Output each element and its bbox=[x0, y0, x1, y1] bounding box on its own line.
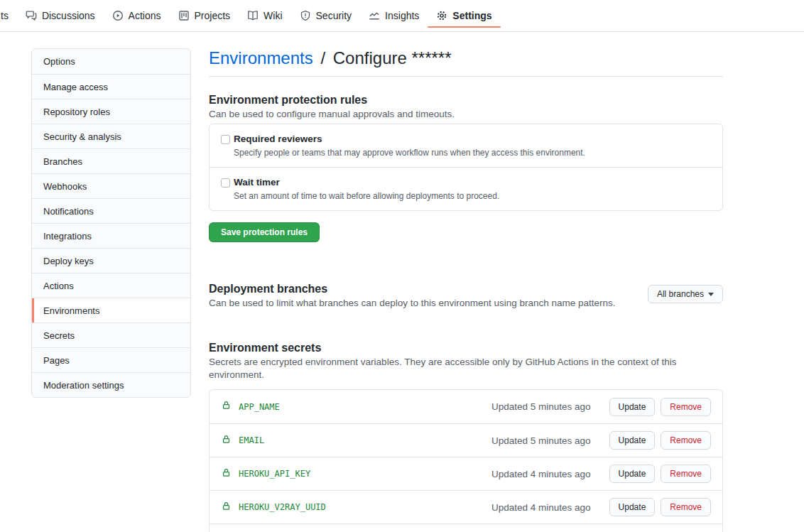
environment-secrets-section: Environment secrets Secrets are encrypte… bbox=[209, 342, 723, 532]
update-secret-button[interactable]: Update bbox=[609, 398, 656, 416]
secret-updated: Updated 4 minutes ago bbox=[491, 502, 591, 513]
repo-tab-bar: ts Discussions Actions Projects bbox=[0, 0, 804, 32]
secret-name: HEROKU_V2RAY_UUID bbox=[239, 502, 326, 512]
environment-secrets-title: Environment secrets bbox=[209, 342, 723, 354]
rule-description: Set an amount of time to wait before all… bbox=[234, 190, 711, 202]
lock-icon bbox=[221, 400, 232, 413]
deployment-branches-title: Deployment branches bbox=[209, 283, 648, 295]
protection-rules-title: Environment protection rules bbox=[209, 94, 723, 107]
sidebar-item-notifications[interactable]: Notifications bbox=[32, 198, 190, 223]
sidebar-item-secrets[interactable]: Secrets bbox=[32, 322, 190, 347]
secret-row-email: EMAIL Updated 5 minutes ago Update Remov… bbox=[210, 423, 722, 457]
rule-wait-timer: Wait timer Set an amount of time to wait… bbox=[210, 167, 722, 210]
secret-updated: Updated 4 minutes ago bbox=[491, 469, 591, 479]
secret-row-app-name: APP_NAME Updated 5 minutes ago Update Re… bbox=[210, 390, 722, 423]
sidebar-item-moderation-settings[interactable]: Moderation settings bbox=[32, 372, 190, 397]
tab-discussions[interactable]: Discussions bbox=[17, 0, 104, 31]
secret-name: APP_NAME bbox=[239, 402, 280, 412]
sidebar-item-label: Integrations bbox=[43, 231, 92, 241]
add-secret-button[interactable]: Add Secret bbox=[210, 523, 722, 532]
secret-name: HEROKU_API_KEY bbox=[239, 469, 310, 479]
tab-label: Security bbox=[316, 10, 352, 21]
deployment-branches-description: Can be used to limit what branches can d… bbox=[209, 297, 648, 310]
breadcrumb-environments-link[interactable]: Environments bbox=[209, 48, 313, 67]
all-branches-dropdown[interactable]: All branches bbox=[648, 285, 723, 303]
comment-discussion-icon bbox=[26, 10, 37, 21]
gear-icon bbox=[436, 10, 447, 21]
sidebar-item-webhooks[interactable]: Webhooks bbox=[32, 173, 190, 198]
tab-label: Wiki bbox=[264, 10, 282, 21]
lock-icon bbox=[221, 434, 232, 447]
secret-name: EMAIL bbox=[239, 435, 264, 445]
sidebar-item-options[interactable]: Options bbox=[32, 49, 190, 74]
sidebar-item-label: Repository roles bbox=[43, 107, 110, 117]
tab-label: Actions bbox=[129, 10, 161, 21]
sidebar-item-label: Branches bbox=[43, 156, 82, 167]
protection-rules-section: Environment protection rules Can be used… bbox=[209, 94, 723, 242]
sidebar-item-label: Notifications bbox=[43, 206, 94, 217]
sidebar-item-manage-access[interactable]: Manage access bbox=[32, 74, 190, 99]
page-title: Environments / Configure ****** bbox=[209, 48, 723, 77]
sidebar-item-repository-roles[interactable]: Repository roles bbox=[32, 99, 190, 124]
sidebar-item-integrations[interactable]: Integrations bbox=[32, 223, 190, 248]
sidebar-item-environments[interactable]: Environments bbox=[32, 298, 190, 322]
chevron-down-icon bbox=[708, 293, 714, 296]
sidebar-item-label: Environments bbox=[43, 305, 99, 316]
rule-label: Wait timer bbox=[234, 176, 280, 189]
tab-insights[interactable]: Insights bbox=[360, 0, 428, 31]
play-icon bbox=[112, 10, 124, 21]
sidebar-item-branches[interactable]: Branches bbox=[32, 148, 190, 173]
tab-actions[interactable]: Actions bbox=[104, 0, 170, 31]
secret-updated: Updated 5 minutes ago bbox=[491, 435, 591, 446]
required-reviewers-checkbox[interactable] bbox=[221, 135, 230, 144]
sidebar-item-label: Actions bbox=[43, 281, 74, 291]
rule-required-reviewers: Required reviewers Specify people or tea… bbox=[210, 124, 722, 167]
breadcrumb-separator: / bbox=[320, 48, 325, 67]
sidebar-item-label: Secrets bbox=[43, 330, 75, 341]
sidebar-item-label: Options bbox=[43, 56, 75, 67]
sidebar-item-label: Webhooks bbox=[43, 181, 87, 192]
sidebar-item-label: Deploy keys bbox=[43, 256, 94, 266]
graph-icon bbox=[369, 10, 380, 21]
rule-description: Specify people or teams that may approve… bbox=[234, 147, 711, 158]
book-icon bbox=[247, 10, 259, 21]
tab-label: Discussions bbox=[42, 10, 95, 21]
settings-sidebar: Options Manage access Repository roles S… bbox=[31, 48, 191, 398]
sidebar-item-deploy-keys[interactable]: Deploy keys bbox=[32, 248, 190, 273]
tab-label: Insights bbox=[385, 10, 419, 21]
tab-projects[interactable]: Projects bbox=[170, 0, 239, 31]
sidebar-item-actions[interactable]: Actions bbox=[32, 273, 190, 298]
tab-label: Projects bbox=[195, 10, 231, 21]
sidebar-item-label: Pages bbox=[43, 355, 70, 366]
lock-icon bbox=[221, 467, 232, 481]
sidebar-item-label: Security & analysis bbox=[43, 131, 121, 142]
secret-row-heroku-api-key: HEROKU_API_KEY Updated 4 minutes ago Upd… bbox=[210, 457, 722, 490]
environment-secrets-description: Secrets are encrypted environment variab… bbox=[209, 356, 723, 381]
deployment-branches-section: Deployment branches Can be used to limit… bbox=[209, 283, 723, 310]
sidebar-item-pages[interactable]: Pages bbox=[32, 347, 190, 372]
tab-wiki[interactable]: Wiki bbox=[239, 0, 290, 31]
save-protection-rules-button[interactable]: Save protection rules bbox=[209, 222, 320, 242]
wait-timer-checkbox[interactable] bbox=[221, 178, 230, 188]
tab-label: ts bbox=[1, 10, 9, 21]
update-secret-button[interactable]: Update bbox=[609, 431, 656, 450]
remove-secret-button[interactable]: Remove bbox=[661, 498, 711, 516]
secrets-list: APP_NAME Updated 5 minutes ago Update Re… bbox=[209, 389, 723, 532]
sidebar-item-label: Manage access bbox=[43, 82, 108, 92]
update-secret-button[interactable]: Update bbox=[609, 498, 656, 516]
environment-configure-panel: Environments / Configure ****** Environm… bbox=[209, 48, 723, 532]
lock-icon bbox=[221, 501, 232, 514]
all-branches-label: All branches bbox=[657, 288, 704, 300]
remove-secret-button[interactable]: Remove bbox=[661, 465, 711, 483]
tab-security[interactable]: Security bbox=[291, 0, 361, 31]
sidebar-item-security-analysis[interactable]: Security & analysis bbox=[32, 124, 190, 148]
protection-rules-box: Required reviewers Specify people or tea… bbox=[209, 124, 723, 211]
tab-settings[interactable]: Settings bbox=[428, 0, 500, 31]
protection-rules-description: Can be used to configure manual approval… bbox=[209, 108, 723, 121]
remove-secret-button[interactable]: Remove bbox=[661, 431, 711, 450]
tab-partial-pull-requests[interactable]: ts bbox=[0, 0, 17, 31]
rule-label: Required reviewers bbox=[234, 133, 322, 146]
secret-updated: Updated 5 minutes ago bbox=[491, 401, 591, 412]
update-secret-button[interactable]: Update bbox=[609, 465, 656, 483]
remove-secret-button[interactable]: Remove bbox=[661, 398, 711, 416]
